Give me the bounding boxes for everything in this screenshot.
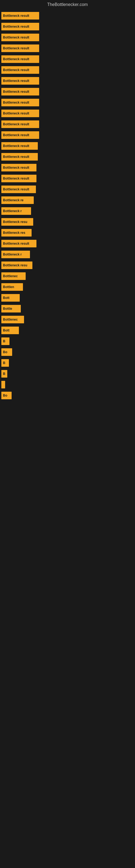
bar-item: Bottleneck result <box>1 99 39 106</box>
bar-row: Bottleneck result <box>1 120 132 128</box>
bar-label: Bottleneck resu <box>3 220 27 224</box>
bar-item: Bottleneck result <box>1 66 39 74</box>
bar-label: Bo <box>3 350 7 354</box>
bar-item: Bottleneck result <box>1 88 39 95</box>
bar-row: Bottleneck result <box>1 66 132 74</box>
bar-label: Bottleneck result <box>3 112 29 115</box>
bar-row: Bottleneck r <box>1 251 132 258</box>
bar-label: Bottle <box>3 307 12 311</box>
bar-label: B <box>3 372 5 376</box>
bar-item: Bottleneck result <box>1 120 39 128</box>
bar-item: Bottleneck result <box>1 142 38 150</box>
bar-item: Bottle <box>1 305 21 312</box>
bar-row: Bottleneck result <box>1 23 132 30</box>
bar-row: Bottle <box>1 305 132 312</box>
bar-item: Bo <box>1 348 12 356</box>
bar-row: Bottlenec <box>1 272 132 280</box>
bar-row: Bottleneck result <box>1 77 132 85</box>
bar-label: B <box>3 361 5 365</box>
bar-row: Bottleneck result <box>1 55 132 63</box>
bar-row: Bottleneck result <box>1 88 132 95</box>
bar-label: Bottlenec <box>3 318 18 321</box>
bar-label: Bott <box>3 296 9 300</box>
bar-label: Bottleneck result <box>3 68 29 72</box>
bar-item: Bottleneck result <box>1 175 37 182</box>
bar-row: Bottleneck result <box>1 34 132 41</box>
bar-label: Bottleneck result <box>3 242 29 246</box>
bar-row: Bottleneck re <box>1 196 132 204</box>
bar-item: Bottleneck res <box>1 229 32 237</box>
bar-row: Bottleneck res <box>1 229 132 237</box>
bar-row: Bottleneck r <box>1 207 132 215</box>
bar-row: Bottleneck result <box>1 175 132 182</box>
bar-row: B <box>1 337 132 345</box>
bar-label: Bottleneck result <box>3 35 29 39</box>
bar-item: Bott <box>1 294 20 302</box>
bar-item: B <box>1 337 9 345</box>
site-title: TheBottlenecker.com <box>0 0 135 9</box>
bar-label: Bottleneck result <box>3 122 29 126</box>
bar-row: Bottleneck result <box>1 153 132 161</box>
bar-item: Bottleneck result <box>1 186 36 193</box>
bar-label: Bottleneck result <box>3 133 29 137</box>
bar-row: Bott <box>1 327 132 334</box>
bar-item: B <box>1 359 9 367</box>
bar-label: Bottleneck re <box>3 198 24 202</box>
bar-item: Bottleneck result <box>1 77 39 85</box>
bar-row: Bottlen <box>1 283 132 291</box>
bar-label: Bottleneck res <box>3 231 26 235</box>
bar-item: Bottlen <box>1 283 23 291</box>
bar-item: Bottleneck resu <box>1 261 32 269</box>
bar-label: Bottleneck r <box>3 209 21 213</box>
bar-item: Bottleneck result <box>1 12 39 20</box>
bar-item: Bottleneck re <box>1 196 34 204</box>
bar-item: Bottleneck result <box>1 34 39 41</box>
bar-label: Bottleneck result <box>3 187 29 191</box>
bar-label: Bottleneck result <box>3 57 29 61</box>
bar-item: Bottleneck result <box>1 164 37 172</box>
bar-label: Bottleneck result <box>3 166 29 169</box>
bar-label: Bottlenec <box>3 274 18 278</box>
bar-row: Bo <box>1 392 132 399</box>
bar-row: Bottleneck result <box>1 164 132 172</box>
bar-item: Bottleneck result <box>1 131 39 139</box>
bar-row: Bottleneck result <box>1 44 132 52</box>
bar-row: Bottleneck result <box>1 110 132 117</box>
bar-row: Bott <box>1 294 132 302</box>
bar-item: Bottleneck result <box>1 153 38 161</box>
bar-item: Bottleneck r <box>1 251 30 258</box>
bar-row: Bottleneck result <box>1 240 132 247</box>
bar-label: Bottleneck result <box>3 90 29 94</box>
bar-label: Bott <box>3 329 9 332</box>
bar-item: Bottleneck result <box>1 44 39 52</box>
bar-label: B <box>3 339 5 343</box>
bar-row: B <box>1 359 132 367</box>
bar-label: Bottleneck resu <box>3 264 27 267</box>
bar-label: Bottleneck result <box>3 101 29 104</box>
bar-row: Bottleneck resu <box>1 261 132 269</box>
bar-row <box>1 381 132 389</box>
bar-item: Bottleneck result <box>1 23 39 30</box>
bar-item: Bottleneck r <box>1 207 31 215</box>
bars-container: Bottleneck resultBottleneck resultBottle… <box>0 9 135 405</box>
bar-label: Bottleneck result <box>3 79 29 83</box>
bar-row: Bottleneck result <box>1 142 132 150</box>
bar-label: Bottleneck result <box>3 144 29 148</box>
bar-item: Bottleneck result <box>1 110 39 117</box>
bar-row: Bottleneck result <box>1 12 132 20</box>
bar-label: Bottleneck r <box>3 252 21 256</box>
bar-item: Bottleneck resu <box>1 218 33 226</box>
bar-label: Bottlen <box>3 285 14 289</box>
bar-item: Bottleneck result <box>1 55 39 63</box>
bar-item: B <box>1 370 7 378</box>
bar-label: Bottleneck result <box>3 14 29 18</box>
bar-row: Bottlenec <box>1 316 132 323</box>
bar-row: Bottleneck result <box>1 99 132 106</box>
bar-label: Bottleneck result <box>3 177 29 180</box>
bar-item: Bottlenec <box>1 316 24 323</box>
bar-row: Bottleneck resu <box>1 218 132 226</box>
bar-item: Bottleneck result <box>1 240 37 247</box>
bar-item: Bo <box>1 392 12 399</box>
bar-label: Bottleneck result <box>3 25 29 29</box>
bar-label: Bottleneck result <box>3 155 29 159</box>
